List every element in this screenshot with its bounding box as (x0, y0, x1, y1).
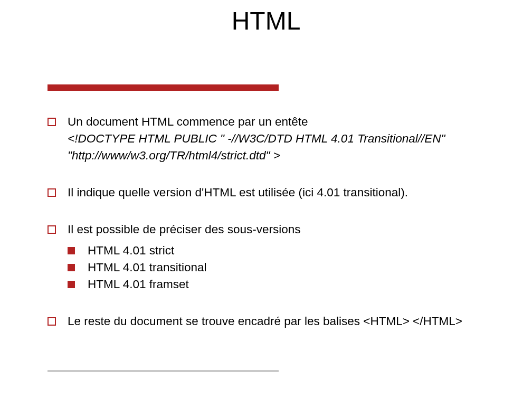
bullet-text: Il est possible de préciser des sous-ver… (68, 221, 300, 238)
footer-bar (48, 370, 279, 372)
sub-bullet-text: HTML 4.01 strict (88, 242, 174, 259)
bullet-text: Le reste du document se trouve encadré p… (68, 313, 462, 330)
sub-bullet-3: HTML 4.01 framset (68, 276, 512, 293)
slide-content: Un document HTML commence par un entête … (48, 113, 512, 329)
square-icon (68, 281, 75, 288)
slide: HTML Un document HTML commence par un en… (0, 0, 532, 399)
square-icon (68, 264, 75, 271)
accent-bar (48, 84, 279, 91)
square-icon (68, 247, 75, 254)
bullet-text: Un document HTML commence par un entête (68, 113, 308, 130)
doctype-line-1: <!DOCTYPE HTML PUBLIC " -//W3C/DTD HTML … (68, 130, 512, 147)
checkbox-icon (48, 188, 56, 197)
bullet-item-4: Le reste du document se trouve encadré p… (48, 313, 512, 330)
bullet-item-1: Un document HTML commence par un entête (48, 113, 512, 130)
checkbox-icon (48, 118, 56, 126)
bullet-item-3: Il est possible de préciser des sous-ver… (48, 221, 512, 238)
sub-bullet-2: HTML 4.01 transitional (68, 259, 512, 276)
checkbox-icon (48, 317, 56, 326)
sub-bullet-text: HTML 4.01 transitional (88, 259, 207, 276)
checkbox-icon (48, 225, 56, 234)
doctype-line-2: "http://www/w3.org/TR/html4/strict.dtd" … (68, 147, 512, 164)
bullet-item-2: Il indique quelle version d'HTML est uti… (48, 184, 512, 201)
sub-bullet-1: HTML 4.01 strict (68, 242, 512, 259)
slide-title: HTML (0, 6, 532, 35)
bullet-text: Il indique quelle version d'HTML est uti… (68, 184, 408, 201)
sub-bullet-text: HTML 4.01 framset (88, 276, 189, 293)
